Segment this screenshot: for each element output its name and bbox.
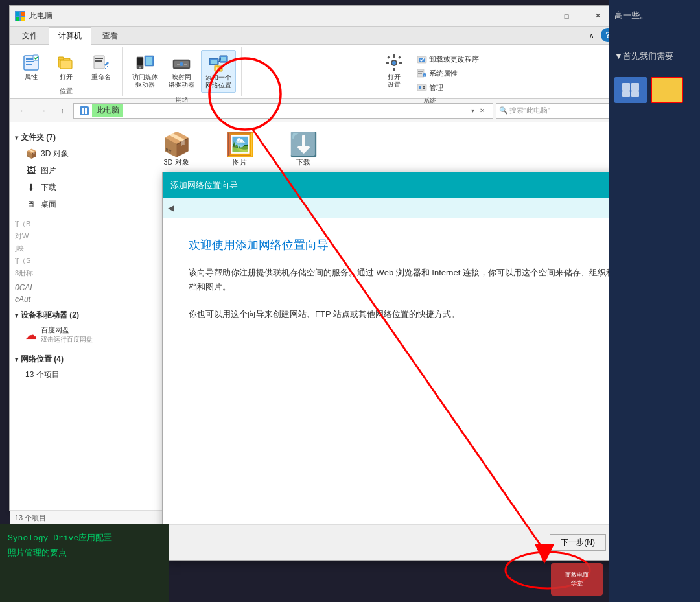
sidebar-item-pictures[interactable]: 🖼 图片 bbox=[10, 162, 139, 179]
manage-label: 管理 bbox=[429, 83, 443, 93]
folder-3d-icon-large: 📦 bbox=[162, 133, 191, 156]
svg-point-31 bbox=[392, 61, 396, 65]
tab-computer[interactable]: 计算机 bbox=[49, 27, 91, 45]
address-clear-icon[interactable]: ✕ bbox=[477, 107, 487, 114]
svg-rect-24 bbox=[211, 60, 217, 64]
open-label: 打开 bbox=[60, 73, 73, 81]
ribbon-tabs: 文件 计算机 查看 ∧ ? bbox=[10, 27, 618, 45]
ribbon-collapse-icon[interactable]: ∧ bbox=[584, 28, 598, 42]
uninstall-icon bbox=[417, 54, 427, 64]
dialog-body: 该向导帮助你注册提供联机存储空间的服务。通过 Web 浏览器和 Internet… bbox=[189, 266, 648, 321]
dialog-body-line1: 该向导帮助你注册提供联机存储空间的服务。通过 Web 浏览器和 Internet… bbox=[189, 266, 648, 294]
ribbon-btn-manage[interactable]: 管理 bbox=[414, 81, 482, 94]
svg-rect-41 bbox=[418, 71, 423, 72]
right-panel-text2: ▼首先我们需要 bbox=[614, 49, 695, 64]
bottom-text-line2: 照片管理的要点 bbox=[8, 546, 161, 561]
map-drive-label: 映射网络驱动器 bbox=[169, 73, 194, 89]
add-network-label: 添加一个网络位置 bbox=[205, 74, 231, 89]
svg-rect-53 bbox=[85, 111, 88, 114]
group-position-label: 位置 bbox=[60, 84, 73, 96]
media-label: 访问媒体驱动器 bbox=[132, 73, 158, 89]
sys-props-icon: i bbox=[417, 68, 427, 78]
svg-rect-11 bbox=[60, 60, 72, 69]
svg-point-19 bbox=[139, 67, 141, 69]
ribbon-group-system: 打开设置 卸载或更改程序 bbox=[242, 47, 618, 96]
svg-rect-46 bbox=[419, 86, 421, 89]
maximize-button[interactable]: □ bbox=[552, 6, 581, 27]
address-dropdown-icon[interactable]: ▾ bbox=[469, 107, 477, 114]
settings-label: 打开设置 bbox=[388, 73, 401, 89]
ribbon-system-small-items: 卸载或更改程序 i 系统属性 bbox=[414, 50, 482, 94]
title-bar: 此电脑 — □ ✕ bbox=[10, 6, 618, 27]
dialog-content: 欢迎使用添加网络位置向导 该向导帮助你注册提供联机存储空间的服务。通过 Web … bbox=[163, 218, 673, 524]
folder-downloads-icon-large: ⬇️ bbox=[289, 133, 318, 156]
ribbon-btn-add-network[interactable]: + 添加一个网络位置 bbox=[201, 50, 236, 93]
next-button[interactable]: 下一步(N) bbox=[550, 534, 606, 551]
sidebar-overlay-items: ][（B 对W ]映 ][（S 3册称 bbox=[10, 215, 139, 282]
svg-rect-34 bbox=[386, 62, 389, 64]
sidebar-item-desktop-label: 桌面 bbox=[41, 199, 56, 210]
ribbon-btn-sys-props[interactable]: i 系统属性 bbox=[414, 67, 482, 80]
up-button[interactable]: ↑ bbox=[54, 102, 71, 119]
svg-rect-1 bbox=[21, 12, 25, 16]
bottom-left-panel: Synology Drive应用配置 照片管理的要点 bbox=[0, 524, 169, 602]
network-label: 网络位置 (4) bbox=[21, 354, 64, 365]
svg-rect-26 bbox=[221, 57, 226, 61]
svg-rect-59 bbox=[659, 83, 661, 85]
sidebar-item-3d[interactable]: 📦 3D 对象 bbox=[10, 145, 139, 162]
right-panel: 高一些。 ▼首先我们需要 bbox=[609, 0, 700, 602]
tab-view[interactable]: 查看 bbox=[93, 27, 128, 44]
ribbon-btn-settings[interactable]: 打开设置 bbox=[378, 50, 410, 94]
svg-rect-50 bbox=[82, 108, 84, 111]
back-button[interactable]: ← bbox=[15, 102, 32, 119]
svg-rect-54 bbox=[622, 83, 630, 91]
ribbon-btn-open[interactable]: 打开 bbox=[50, 50, 82, 84]
folder-pictures-label: 图片 bbox=[233, 157, 247, 167]
sidebar-folders-header[interactable]: ▾ 文件夹 (7) bbox=[10, 130, 139, 145]
folders-arrow: ▾ bbox=[15, 134, 18, 141]
ribbon-btn-properties[interactable]: 属性 bbox=[15, 50, 47, 84]
svg-rect-7 bbox=[26, 64, 32, 65]
sidebar-caut-label: cAut bbox=[10, 294, 139, 305]
ribbon-btn-uninstall[interactable]: 卸载或更改程序 bbox=[414, 52, 482, 65]
svg-rect-55 bbox=[631, 83, 639, 91]
sidebar-devices-header[interactable]: ▾ 设备和驱动器 (2) bbox=[10, 308, 139, 323]
dialog-nav-back-icon[interactable]: ◀ bbox=[168, 203, 174, 213]
sidebar-local-label: 0CAL bbox=[10, 282, 139, 294]
ribbon-btn-map-drive[interactable]: 映射网络驱动器 bbox=[165, 50, 198, 91]
folder-downloads-item[interactable]: ⬇️ 下载 bbox=[274, 130, 332, 170]
address-bar-input[interactable]: 此电脑 ▾ ✕ bbox=[73, 103, 493, 119]
svg-rect-6 bbox=[26, 61, 34, 62]
svg-rect-17 bbox=[146, 57, 152, 65]
svg-rect-10 bbox=[58, 57, 64, 60]
close-button[interactable]: ✕ bbox=[583, 6, 612, 27]
settings-icon bbox=[384, 52, 404, 73]
svg-rect-58 bbox=[659, 84, 664, 89]
folder-3d-objects[interactable]: 📦 3D 对象 bbox=[147, 130, 205, 170]
minimize-button[interactable]: — bbox=[520, 6, 550, 27]
search-placeholder: 搜索"此电脑" bbox=[509, 106, 550, 115]
ribbon-btn-media[interactable]: 访问媒体驱动器 bbox=[128, 50, 162, 91]
ribbon-btn-rename[interactable]: 重命名 bbox=[85, 50, 117, 84]
svg-rect-32 bbox=[393, 54, 395, 58]
sidebar-item-desktop[interactable]: 🖥 桌面 bbox=[10, 196, 139, 213]
right-panel-text1: 高一些。 bbox=[614, 8, 695, 23]
tab-file[interactable]: 文件 bbox=[12, 27, 47, 44]
properties-icon bbox=[21, 52, 41, 73]
sidebar-network-header[interactable]: ▾ 网络位置 (4) bbox=[10, 352, 139, 367]
folder-pictures-item[interactable]: 🖼️ 图片 bbox=[211, 130, 269, 170]
svg-rect-42 bbox=[418, 73, 422, 74]
sidebar-item-downloads[interactable]: ⬇ 下载 bbox=[10, 179, 139, 196]
folder-pictures-icon-large: 🖼️ bbox=[226, 133, 255, 156]
baidu-sub: 双击运行百度网盘 bbox=[41, 335, 93, 344]
right-panel-thumbnails bbox=[614, 77, 695, 103]
window-icon bbox=[15, 11, 25, 21]
forward-button[interactable]: → bbox=[34, 102, 51, 119]
sidebar-item-downloads-label: 下载 bbox=[41, 182, 56, 193]
svg-rect-51 bbox=[85, 108, 88, 111]
svg-rect-56 bbox=[622, 91, 630, 97]
add-network-icon: + bbox=[208, 53, 229, 74]
search-box[interactable]: 🔍 搜索"此电脑" bbox=[496, 103, 612, 119]
window-title: 此电脑 bbox=[29, 10, 520, 21]
sidebar-item-baidu[interactable]: ☁ 百度网盘 双击运行百度网盘 bbox=[10, 323, 139, 347]
